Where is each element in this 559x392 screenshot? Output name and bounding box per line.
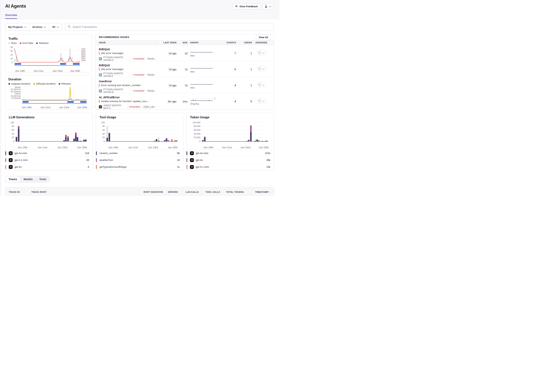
- legend-item[interactable]: Releases: [36, 42, 48, 45]
- tab-traces[interactable]: Traces: [5, 176, 20, 182]
- legend-item[interactable]: Runs: [9, 42, 17, 45]
- legend-color-dot: [9, 83, 10, 85]
- lab-features-button[interactable]: [262, 3, 273, 9]
- issue-sparkline: [190, 65, 216, 69]
- issue-assignee-cell: [252, 95, 271, 104]
- legend-item[interactable]: Error Rate: [20, 42, 33, 45]
- openai-icon: [9, 165, 13, 169]
- search-input[interactable]: [73, 25, 271, 28]
- view-all-button[interactable]: View All: [256, 34, 271, 40]
- issue-graph-cell: New: [187, 47, 222, 57]
- svg-text:30: 30: [10, 50, 13, 52]
- issue-users-count: 1: [236, 79, 252, 87]
- token-title: Token Usage: [186, 116, 274, 119]
- token-legend: gpt-4o-mini101kgpt-4o36kgpt-4.1-mini15k: [186, 150, 274, 170]
- legend-row-gpt-4.1-mini[interactable]: gpt-4.1-mini15k: [186, 163, 274, 170]
- issue-message: (No error message): [99, 51, 157, 55]
- trace-column-ts[interactable]: TIMESTAMP ↓: [250, 191, 270, 193]
- svg-text:Jun 23rd: Jun 23rd: [59, 106, 69, 109]
- svg-text:40: 40: [10, 46, 13, 48]
- legend-label: p95(span.duration): [36, 82, 56, 85]
- legend-item[interactable]: p95(span.duration): [33, 82, 56, 85]
- svg-text:Jun 23rd: Jun 23rd: [240, 146, 251, 149]
- legend-row-gpt-4.1-mini[interactable]: gpt-4.1-mini49: [5, 156, 93, 163]
- issue-sparkline: [190, 81, 216, 85]
- date-range-dropdown[interactable]: 7D: [49, 23, 62, 30]
- issue-graph-label: Ongoing: [190, 102, 222, 105]
- legend-item[interactable]: Releases: [59, 82, 71, 85]
- chevron-down-icon: [269, 5, 271, 8]
- legend-row-gpt-4o-mini[interactable]: gpt-4o-mini101k: [186, 150, 274, 156]
- svg-text:20: 20: [102, 136, 105, 138]
- issue-table-row[interactable]: BdbQuit(No error message)PYTHON-AGENTS-A…: [95, 45, 274, 61]
- assignee-dropdown[interactable]: [257, 66, 266, 72]
- projects-dropdown[interactable]: My Projects: [5, 23, 29, 30]
- legend-row-getTypicalAmountRange[interactable]: getTypicalAmountRange11: [96, 163, 183, 170]
- traces-table-card: TRACE IDTRACE ROOTROOT DURATIONERRORSLLM…: [5, 187, 274, 196]
- svg-text:Jun 25th: Jun 25th: [70, 69, 80, 72]
- issue-message-text: (No error message): [101, 67, 123, 71]
- tab-overview[interactable]: Overview: [5, 14, 17, 19]
- issue-last-seen: 3hr ago: [157, 95, 177, 103]
- issue-meta: PYTHON-AGENTS-ANTON-F|Unhandled|Rando…: [99, 72, 157, 77]
- assignee-dropdown[interactable]: [257, 98, 266, 104]
- issue-table-row[interactable]: AI_APICallErrorInvalid schema for functi…: [95, 93, 274, 109]
- issue-title-link[interactable]: UserError: [99, 79, 157, 83]
- divider: |: [146, 57, 146, 60]
- issues-column-users: USERS: [236, 41, 252, 44]
- tab-tools[interactable]: Tools: [36, 176, 49, 182]
- legend-row-weatherTool[interactable]: weatherTool16: [96, 156, 183, 163]
- legend-item[interactable]: avg(span.duration): [9, 82, 30, 85]
- llm-title: LLM Generations: [5, 116, 93, 119]
- issue-events-count: 4: [222, 79, 236, 87]
- sort-desc-icon: ↓: [269, 191, 270, 193]
- error-level-bar: [99, 84, 100, 87]
- trace-column-root: TRACE ROOT: [31, 191, 144, 193]
- legend-color-chip: [5, 151, 6, 155]
- search-transactions-box[interactable]: [65, 23, 274, 31]
- svg-text:20,000: 20,000: [194, 136, 200, 138]
- legend-series-name: getTypicalAmountRange: [100, 165, 175, 168]
- legend-color-chip: [5, 158, 6, 162]
- issue-transaction: Rando…: [148, 73, 157, 76]
- legend-row-gpt-4o-mini[interactable]: gpt-4o-mini218: [5, 150, 93, 156]
- issue-table-row[interactable]: UserErrorError running tool random_numbe…: [95, 77, 274, 93]
- page-filter-group: My Projects All Envs 7D: [5, 23, 62, 31]
- legend-row-random_number[interactable]: random_number96: [96, 150, 183, 156]
- assignee-dropdown[interactable]: [257, 50, 266, 55]
- legend-series-name: gpt-4o-mini: [15, 152, 83, 155]
- legend-color-dot: [9, 42, 10, 44]
- issue-title-link[interactable]: BdbQuit: [99, 63, 157, 67]
- issue-title-link[interactable]: BdbQuit: [99, 47, 157, 51]
- unhandled-badge: Unhandled: [133, 57, 144, 60]
- last-seen-value: 7d ago: [168, 68, 177, 71]
- age-value: 1d: [185, 52, 187, 55]
- svg-text:25min: 25min: [15, 92, 21, 95]
- age-value: 1mo: [183, 100, 187, 103]
- give-feedback-label: Give Feedback: [240, 5, 258, 8]
- issues-column-events: EVENTS: [222, 41, 236, 44]
- legend-row-gpt-4o[interactable]: gpt-4o8: [5, 163, 93, 170]
- tab-models[interactable]: Models: [20, 176, 36, 182]
- token-chart: 020,00040,00060,00080,000100,000Jun 19th…: [190, 119, 270, 149]
- assignee-dropdown[interactable]: [257, 82, 266, 88]
- flask-icon: [264, 5, 268, 9]
- issue-title-link[interactable]: AI_APICallError: [99, 95, 157, 99]
- environments-dropdown[interactable]: All Envs: [29, 23, 49, 30]
- svg-text:16.667min: 16.667min: [10, 95, 21, 97]
- traffic-legend: RunsError RateReleases: [9, 42, 89, 45]
- age-value: 7d: [185, 68, 187, 71]
- legend-row-gpt-4o[interactable]: gpt-4o36k: [186, 156, 274, 163]
- legend-label: Releases: [39, 42, 48, 45]
- duration-card: Duration avg(span.duration)p95(span.dura…: [5, 75, 92, 109]
- svg-text:Jun 21st: Jun 21st: [40, 106, 50, 109]
- issue-events-count: 7: [222, 47, 236, 55]
- llm-card: LLM Generations020406080100Jun 19thJun 2…: [5, 113, 93, 170]
- chevron-down-icon: [262, 67, 264, 71]
- give-feedback-button[interactable]: Give Feedback: [232, 3, 261, 9]
- python-project-icon: [99, 89, 102, 92]
- legend-color-chip: [96, 151, 97, 155]
- issue-table-row[interactable]: BdbQuit(No error message)PYTHON-AGENTS-A…: [95, 61, 274, 77]
- legend-series-name: random_number: [100, 152, 175, 155]
- page-header: AI Agents Give Feedback: [0, 0, 280, 19]
